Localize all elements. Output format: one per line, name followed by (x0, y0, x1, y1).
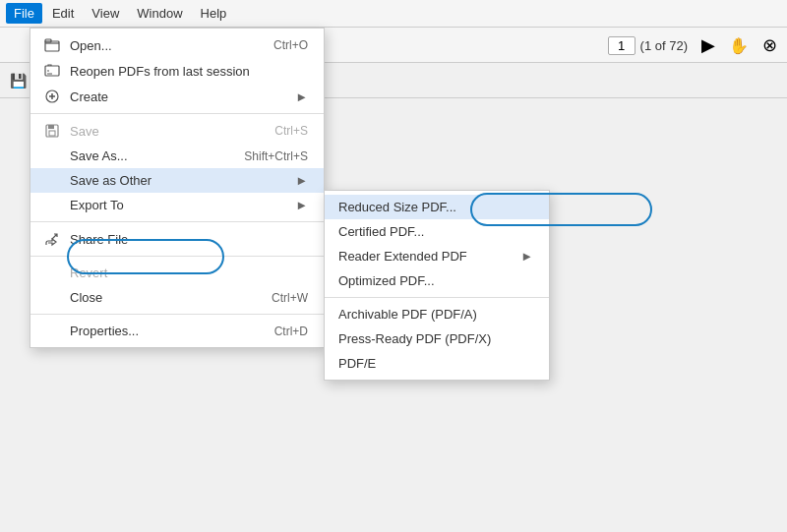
menu-file[interactable]: File (6, 3, 42, 24)
submenu-item-reader-extended-pdf[interactable]: Reader Extended PDF ► (325, 244, 549, 268)
menu-help[interactable]: Help (193, 3, 235, 24)
save-icon (40, 123, 64, 139)
submenu-separator-1 (325, 297, 549, 298)
save-as-other-arrow-icon: ► (295, 173, 308, 188)
separator-2 (30, 221, 324, 222)
open-folder-icon (40, 37, 64, 53)
reduce-file-size-icon: 💾 (10, 73, 27, 89)
menu-item-open[interactable]: Open... Ctrl+O (30, 32, 324, 58)
svg-rect-8 (49, 131, 55, 136)
menu-item-share-file[interactable]: Share File (30, 226, 324, 252)
menu-item-reopen[interactable]: Reopen PDFs from last session (30, 58, 324, 84)
menu-item-save-as-label: Save As... (70, 148, 128, 163)
file-dropdown-menu: Open... Ctrl+O Reopen PDFs from last ses… (30, 28, 325, 348)
menu-view[interactable]: View (84, 3, 127, 24)
save-other-submenu: Reduced Size PDF... Certified PDF... Rea… (324, 190, 550, 381)
export-to-arrow-icon: ► (295, 198, 308, 212)
cursor-tool-icon[interactable]: ▶ (701, 34, 715, 56)
menu-item-save-label: Save (70, 124, 99, 139)
menu-item-save-as-shortcut: Shift+Ctrl+S (244, 149, 308, 163)
share-file-icon (40, 231, 64, 247)
menu-item-revert: Revert (30, 261, 324, 285)
menu-item-reopen-label: Reopen PDFs from last session (70, 64, 250, 79)
submenu-item-pdfe[interactable]: PDF/E (325, 351, 549, 376)
submenu-item-pdfe-label: PDF/E (338, 356, 376, 371)
toolbar2-right: (1 of 72) ▶ ✋ ⊗ (608, 28, 777, 63)
menu-item-properties-label: Properties... (70, 324, 139, 338)
reader-extended-arrow-icon: ► (520, 249, 533, 264)
separator-3 (30, 256, 324, 257)
menu-item-close[interactable]: Close Ctrl+W (30, 285, 324, 310)
menu-item-share-file-label: Share File (70, 232, 128, 247)
submenu-item-optimized-pdf-label: Optimized PDF... (338, 273, 435, 288)
menu-edit[interactable]: Edit (44, 3, 82, 24)
submenu-item-press-ready-pdf[interactable]: Press-Ready PDF (PDF/X) (325, 326, 549, 351)
menu-item-save-as-other[interactable]: Save as Other ► (30, 168, 324, 193)
svg-rect-7 (48, 125, 54, 129)
submenu-item-certified-pdf[interactable]: Certified PDF... (325, 219, 549, 244)
hand-tool-icon[interactable]: ✋ (729, 36, 749, 55)
submenu-item-press-ready-pdf-label: Press-Ready PDF (PDF/X) (338, 331, 491, 346)
submenu-item-archivable-pdf[interactable]: Archivable PDF (PDF/A) (325, 302, 549, 326)
page-total: (1 of 72) (640, 38, 688, 53)
page-navigation: (1 of 72) (608, 36, 688, 55)
menubar: File Edit View Window Help (0, 0, 787, 28)
menu-item-create-label: Create (70, 89, 108, 104)
menu-item-save-as[interactable]: Save As... Shift+Ctrl+S (30, 144, 324, 168)
submenu-item-reduced-size-pdf[interactable]: Reduced Size PDF... (325, 195, 549, 219)
menu-item-revert-label: Revert (70, 266, 107, 280)
menu-item-close-shortcut: Ctrl+W (272, 291, 308, 305)
menu-item-open-label: Open... (70, 38, 112, 53)
submenu-item-archivable-pdf-label: Archivable PDF (PDF/A) (338, 307, 477, 322)
menu-item-create[interactable]: Create ► (30, 84, 324, 109)
menu-window[interactable]: Window (129, 3, 190, 24)
menu-item-save-as-other-label: Save as Other (70, 173, 151, 188)
submenu-item-certified-pdf-label: Certified PDF... (338, 224, 424, 239)
menu-item-export-to[interactable]: Export To ► (30, 193, 324, 217)
menu-item-properties-shortcut: Ctrl+D (274, 325, 308, 338)
menu-item-save-shortcut: Ctrl+S (274, 124, 308, 138)
menu-item-open-shortcut: Ctrl+O (273, 38, 308, 52)
zoom-out-icon[interactable]: ⊗ (762, 34, 777, 56)
menu-item-export-to-label: Export To (70, 198, 124, 212)
create-icon (40, 89, 64, 104)
menu-item-properties[interactable]: Properties... Ctrl+D (30, 319, 324, 343)
separator-1 (30, 113, 324, 114)
menu-item-save[interactable]: Save Ctrl+S (30, 118, 324, 144)
create-arrow-icon: ► (295, 89, 308, 104)
menu-item-close-label: Close (70, 290, 102, 305)
separator-4 (30, 314, 324, 315)
reopen-icon (40, 63, 64, 79)
submenu-item-reduced-size-pdf-label: Reduced Size PDF... (338, 200, 456, 214)
submenu-item-optimized-pdf[interactable]: Optimized PDF... (325, 268, 549, 293)
submenu-item-reader-extended-pdf-label: Reader Extended PDF (338, 249, 467, 264)
page-number-input[interactable] (608, 36, 636, 55)
